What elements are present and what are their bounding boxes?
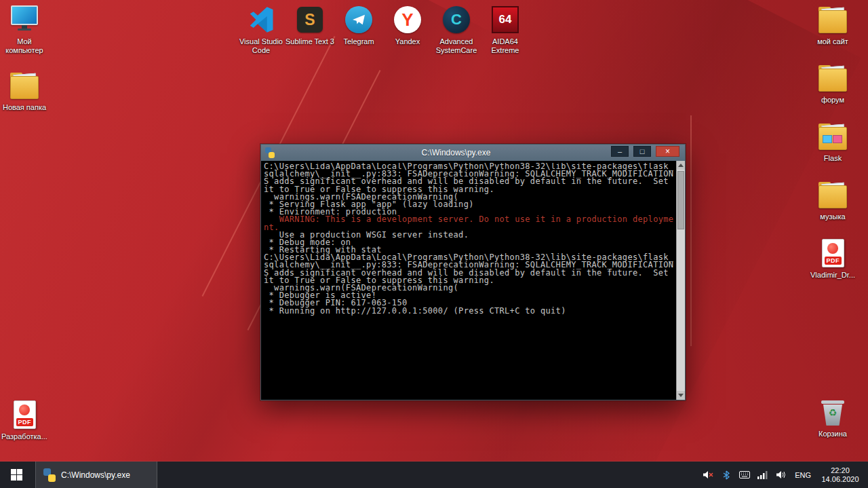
flask-folder-icon <box>818 121 847 152</box>
desktop-icons-right-bottom: Корзина <box>808 396 857 438</box>
window-controls: – □ × <box>611 146 679 157</box>
desktop-icon-label: Новая папка <box>3 103 46 112</box>
desktop-icon-label: Мой компьютер <box>0 37 49 55</box>
desktop-icon-vladimir-pdf[interactable]: PDFVladimir_Dr... <box>808 238 857 280</box>
desktop-icon-yandex[interactable]: YYandex <box>383 4 432 46</box>
advanced-systemcare-icon: C <box>443 4 470 35</box>
desktop-icon-label: Visual Studio Code <box>237 37 285 55</box>
taskbar-app-label: C:\Windows\py.exe <box>61 470 130 480</box>
desktop-icon-flask-folder[interactable]: Flask <box>808 121 857 163</box>
desktop-icon-label: Vladimir_Dr... <box>810 271 855 280</box>
desktop-icon-label: Разработка... <box>1 432 47 441</box>
wallpaper-ray <box>690 115 692 346</box>
windows-logo-icon <box>11 469 22 481</box>
maximize-button[interactable]: □ <box>633 146 651 157</box>
yandex-icon: Y <box>394 4 421 35</box>
recycle-bin-icon <box>821 396 844 428</box>
console-client-area[interactable]: C:\Users\Lida\AppData\Local\Programs\Pyt… <box>261 161 685 400</box>
language-indicator[interactable]: ENG <box>793 471 812 479</box>
desktop-icon-advanced-systemcare[interactable]: CAdvanced SystemCare <box>432 4 481 55</box>
muted-volume-icon[interactable] <box>702 470 713 481</box>
desktop-icon-label: музыка <box>820 212 845 221</box>
telegram-icon <box>345 4 372 35</box>
new-folder-icon <box>10 70 39 101</box>
desktop-icon-forum-folder[interactable]: форум <box>808 62 857 105</box>
scroll-up-arrow-icon[interactable] <box>677 161 685 170</box>
desktop-icon-my-site-folder[interactable]: мой сайт <box>808 4 857 46</box>
vladimir-pdf-icon: PDF <box>822 238 844 269</box>
desktop-icons-right: мой сайтфорумFlaskмузыкаPDFVladimir_Dr..… <box>808 4 857 280</box>
console-output: C:\Users\Lida\AppData\Local\Programs\Pyt… <box>264 163 675 400</box>
desktop-icon-label: Корзина <box>818 430 847 438</box>
desktop-icons-left-bottom: PDFРазработка... <box>0 399 49 441</box>
start-button[interactable] <box>0 462 33 488</box>
window-title: C:\Windows\py.exe <box>302 148 610 157</box>
close-button[interactable]: × <box>656 146 679 157</box>
desktop-icon-label: AIDA64 Extreme <box>481 37 530 55</box>
console-line: WARNING: This is a development server. D… <box>264 216 675 223</box>
desktop-icon-my-computer[interactable]: Мой компьютер <box>0 4 49 55</box>
desktop-icon-aida64-extreme[interactable]: 64AIDA64 Extreme <box>481 4 530 55</box>
sublime-text-3-icon: S <box>297 4 323 35</box>
desktop-icon-label: Telegram <box>343 37 374 46</box>
clock[interactable]: 22:20 14.06.2020 <box>819 466 861 484</box>
keyboard-icon[interactable] <box>738 470 750 481</box>
desktop-icons-left: Мой компьютерНовая папка <box>0 4 49 112</box>
desktop-icon-label: Flask <box>824 154 842 163</box>
system-tray: ENG 22:20 14.06.2020 <box>702 466 868 484</box>
desktop-icon-new-folder[interactable]: Новая папка <box>0 70 49 112</box>
minimize-button[interactable]: – <box>611 146 629 157</box>
my-site-folder-icon <box>818 4 847 35</box>
bluetooth-icon[interactable] <box>720 470 732 481</box>
desktop-icon-sublime-text-3[interactable]: SSublime Text 3 <box>285 4 334 46</box>
network-signal-icon[interactable] <box>757 470 768 481</box>
music-folder-icon <box>818 179 847 210</box>
forum-folder-icon <box>818 62 847 94</box>
desktop-icon-label: Yandex <box>395 37 420 46</box>
desktop-icon-razrabotka-pdf[interactable]: PDFРазработка... <box>0 399 49 441</box>
python-app-icon <box>264 147 275 158</box>
my-computer-icon <box>11 4 38 35</box>
volume-icon[interactable] <box>775 470 787 481</box>
taskbar-app-pyexe[interactable]: C:\Windows\py.exe <box>35 462 157 488</box>
clock-date: 14.06.2020 <box>819 475 861 484</box>
console-titlebar[interactable]: C:\Windows\py.exe – □ × <box>261 145 685 161</box>
aida64-extreme-icon: 64 <box>492 4 519 35</box>
console-window: C:\Windows\py.exe – □ × C:\Users\Lida\Ap… <box>260 144 686 400</box>
clock-time: 22:20 <box>819 466 861 475</box>
desktop-icons-top: Visual Studio CodeSSublime Text 3Telegra… <box>237 4 530 55</box>
scrollbar-thumb[interactable] <box>677 171 684 229</box>
taskbar: C:\Windows\py.exe ENG 22:20 14.06.2020 <box>0 462 868 488</box>
desktop-icon-music-folder[interactable]: музыка <box>808 179 857 221</box>
desktop-icon-label: форум <box>821 96 844 105</box>
razrabotka-pdf-icon: PDF <box>14 399 36 430</box>
desktop-icon-label: Sublime Text 3 <box>285 37 334 46</box>
desktop-icon-label: Advanced SystemCare <box>432 37 481 55</box>
console-scrollbar[interactable] <box>676 161 685 400</box>
desktop-icon-recycle-bin[interactable]: Корзина <box>808 396 857 438</box>
desktop: Мой компьютерНовая папка PDFРазработка..… <box>0 0 868 488</box>
python-app-icon <box>43 468 56 482</box>
desktop-icon-visual-studio-code[interactable]: Visual Studio Code <box>237 4 285 55</box>
desktop-icon-label: мой сайт <box>817 37 848 46</box>
console-line: * Running on http://127.0.0.1:5000/ (Pre… <box>264 307 675 315</box>
desktop-icon-telegram[interactable]: Telegram <box>334 4 383 46</box>
visual-studio-code-icon <box>248 4 275 35</box>
scroll-down-arrow-icon[interactable] <box>677 391 685 400</box>
